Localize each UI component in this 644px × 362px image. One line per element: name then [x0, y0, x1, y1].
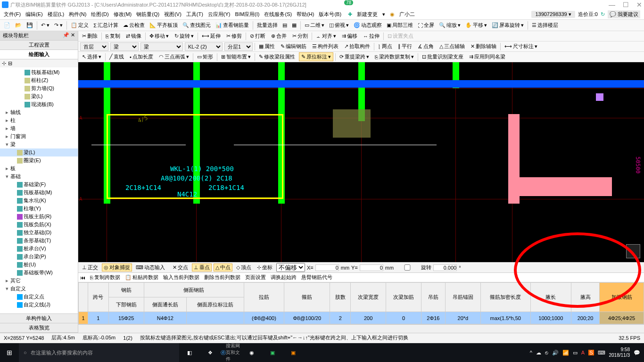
- tree-node[interactable]: 梁(L): [0, 148, 78, 156]
- tree-node[interactable]: 柱墩(Y): [0, 205, 78, 213]
- delete-button[interactable]: ✂ 删除: [80, 32, 99, 40]
- undo-icon[interactable]: ↶ ▾: [39, 22, 51, 29]
- delete-aux-button[interactable]: ✕ 删除辅轴: [469, 42, 498, 50]
- tree-node[interactable]: 圈梁(E): [0, 156, 78, 165]
- menu-floor[interactable]: 楼层(L): [48, 11, 64, 18]
- delete-col-button[interactable]: 删除当前列数据: [204, 274, 240, 281]
- fullscreen-button[interactable]: ⛶ 全屏: [416, 21, 436, 29]
- property-button[interactable]: ▦ 属性: [257, 42, 277, 50]
- align-button[interactable]: ⫠ 对齐 ▾: [314, 32, 338, 40]
- menu-cloud[interactable]: 云应用(Y): [208, 11, 231, 18]
- component-select[interactable]: 梁: [140, 42, 183, 51]
- category-select[interactable]: 梁: [110, 42, 139, 51]
- smart-layout-button[interactable]: ⊞ 智能布置 ▾: [219, 53, 253, 61]
- paste-span-button[interactable]: 📋 粘贴跨数据: [125, 274, 158, 281]
- page-setup-button[interactable]: 页面设置: [245, 274, 266, 281]
- suggest-button[interactable]: 💬 我要建议: [608, 10, 640, 18]
- tree-node[interactable]: 基础梁(F): [0, 181, 78, 189]
- tree-node[interactable]: 桩承台(V): [0, 245, 78, 253]
- copy-button[interactable]: ⎘ 复制: [104, 32, 122, 40]
- tree-node[interactable]: 筏板基础(M): [0, 68, 78, 76]
- batch-select-button[interactable]: 批量选择: [255, 21, 280, 29]
- move-button[interactable]: ✥ 移动 ▾: [148, 32, 171, 40]
- view-rebar-button[interactable]: 📊 查看钢筋量: [214, 21, 251, 29]
- tree-node[interactable]: ▸其它: [0, 277, 78, 285]
- split-button[interactable]: ✂ 分割: [290, 32, 310, 40]
- menu-view[interactable]: 视图(V): [164, 11, 182, 18]
- line-button[interactable]: ╱ 直线: [107, 53, 126, 61]
- tree-node[interactable]: 现浇板(B): [0, 100, 78, 108]
- pick-component-button[interactable]: ↗ 拾取构件: [342, 42, 372, 50]
- save-icon[interactable]: 💾: [25, 22, 35, 29]
- re-extract-span-button[interactable]: ⟳ 重提梁跨 ▾: [338, 53, 371, 61]
- name-select[interactable]: KL-2 (2): [185, 42, 223, 51]
- tree-node[interactable]: ▾自定义: [0, 285, 78, 293]
- close-button[interactable]: ✕: [636, 1, 642, 8]
- refresh-icon[interactable]: ↻: [601, 11, 605, 17]
- tree-node[interactable]: 集水坑(K): [0, 197, 78, 205]
- osnap-button[interactable]: ◎ 对象捕捉: [102, 263, 132, 272]
- menu-online[interactable]: 在线服务(S): [264, 11, 292, 18]
- coord-button[interactable]: ⊹ 坐标: [255, 263, 274, 272]
- tree-collapse-icon[interactable]: ⊟: [8, 60, 12, 66]
- tree-node[interactable]: 自定义线(J): [0, 301, 78, 309]
- tree-node[interactable]: 自定义点: [0, 293, 78, 301]
- break-button[interactable]: ⊘ 打断: [248, 32, 267, 40]
- parallel-button[interactable]: ∥ 平行: [396, 42, 414, 50]
- screen-rotate-button[interactable]: 🔄 屏幕旋转 ▾: [490, 21, 526, 29]
- cloud-check-button[interactable]: ☁ 云检查: [121, 21, 147, 29]
- vertex-button[interactable]: ◇ 顶点: [234, 263, 253, 272]
- trim-button[interactable]: ✂ 修剪: [224, 32, 244, 40]
- maximize-button[interactable]: ☐: [623, 1, 629, 8]
- page-nav-icon[interactable]: ⏮: [80, 275, 85, 280]
- menu-help[interactable]: 帮助(H): [297, 11, 314, 18]
- tree-node[interactable]: 梁(L): [0, 92, 78, 100]
- rotate-button[interactable]: ↻ 旋转 ▾: [173, 32, 196, 40]
- tree-node[interactable]: ▸板: [0, 165, 78, 173]
- mirror-button[interactable]: ⇄ 镜像: [124, 32, 143, 40]
- single-input[interactable]: 单构件输入: [0, 314, 78, 323]
- level-board-button[interactable]: 📐 平齐板顶: [148, 21, 180, 29]
- tree-expand-icon[interactable]: ⊹: [2, 60, 6, 66]
- rect-button[interactable]: ▭ 矩形: [195, 53, 215, 61]
- sum-button[interactable]: Σ 汇总计算: [91, 21, 120, 29]
- tree-node[interactable]: ▾基础: [0, 173, 78, 181]
- task-view-icon[interactable]: ◧: [179, 343, 200, 362]
- copy-span-data-button[interactable]: ⎘ 梁跨数据复制 ▾: [373, 53, 416, 61]
- tree-node[interactable]: 承台梁(P): [0, 253, 78, 261]
- copy-span-button[interactable]: ⎘ 复制跨数据: [90, 274, 120, 281]
- new-icon[interactable]: 📄: [2, 22, 12, 29]
- extend-button[interactable]: ⟷ 延伸: [200, 32, 223, 40]
- tree-node[interactable]: 框柱(Z): [0, 76, 78, 84]
- menu-tool[interactable]: 工具(T): [186, 11, 203, 18]
- menu-version[interactable]: 版本号(B): [319, 11, 341, 18]
- apply-same-name-button[interactable]: ⇉ 应用到同名梁: [467, 53, 507, 61]
- perpendicular-button[interactable]: ⊥ 垂点: [192, 263, 212, 272]
- tree-node[interactable]: ▸墙: [0, 124, 78, 132]
- windows-taskbar[interactable]: ⊞ ○ 在这里输入你要搜索的内容 ◧ ❖ ⓔ 搜索网页和文件 ◉ ▣ ▣ ^☁⎋…: [0, 343, 644, 362]
- tree-node[interactable]: ▸门窗洞: [0, 132, 78, 140]
- input-col-button[interactable]: 输入当前列数据: [163, 274, 199, 281]
- ortho-button[interactable]: ⊥ 正交: [80, 263, 100, 272]
- menu-edit[interactable]: 编辑(E): [25, 11, 43, 18]
- menu-file[interactable]: 文件(F): [4, 11, 21, 18]
- midpoint-button[interactable]: △ 中点: [214, 263, 232, 272]
- pin-icon[interactable]: 📌 ✕: [63, 32, 75, 39]
- pan-button[interactable]: ✋ 平移 ▾: [463, 21, 489, 29]
- menu-component[interactable]: 构件(N): [69, 11, 86, 18]
- tree-node[interactable]: ▸柱: [0, 116, 78, 124]
- swap-start-span-button[interactable]: 调换起始跨: [271, 274, 297, 281]
- system-tray[interactable]: ^☁⎋🔊📶▭AS⌨ 9:582018/11/3 💬: [526, 347, 644, 358]
- offset-button[interactable]: ⇉ 偏移: [340, 32, 359, 40]
- start-button[interactable]: ⊞: [0, 343, 19, 362]
- taskbar-app-4[interactable]: ▣: [283, 343, 304, 362]
- floor-select[interactable]: 首层: [80, 42, 108, 51]
- minimize-button[interactable]: —: [609, 1, 615, 8]
- select-button[interactable]: ↖ 选择 ▾: [80, 53, 103, 61]
- tree-node[interactable]: ▸轴线: [0, 108, 78, 116]
- find-element-button[interactable]: 🔍 查找图元: [181, 21, 213, 29]
- filter2-icon[interactable]: ▦: [290, 22, 298, 29]
- zoom-button[interactable]: 🔍 缩放 ▾: [437, 21, 462, 29]
- component-list-button[interactable]: ☰ 构件列表: [310, 42, 340, 50]
- h-scrollbar[interactable]: [78, 324, 644, 333]
